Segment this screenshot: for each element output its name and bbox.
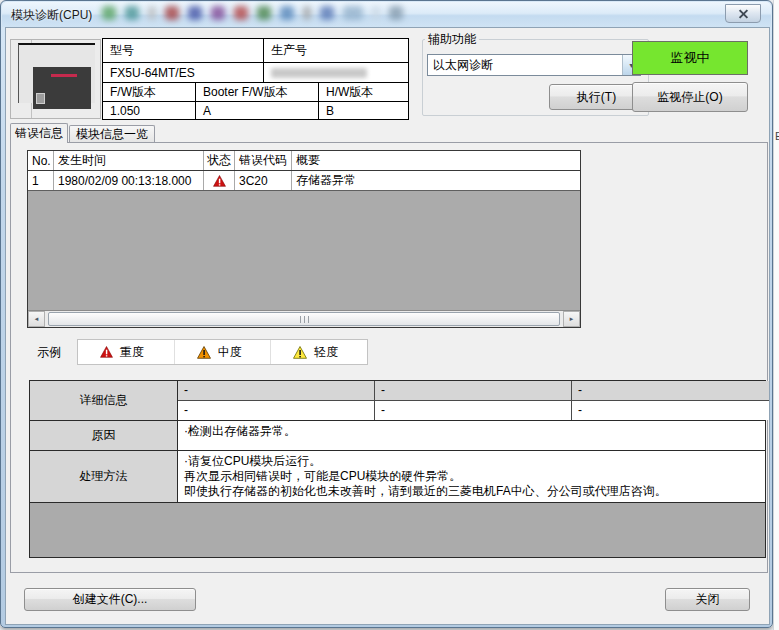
- module-red-stripe: [51, 74, 77, 77]
- serial-value-cell: [264, 63, 408, 83]
- moderate-triangle-icon: [197, 346, 211, 359]
- hw-value-cell: B: [319, 102, 408, 119]
- module-frame-graphic: [18, 43, 95, 103]
- error-summary-cell: 存储器异常: [292, 171, 580, 190]
- header-code: 错误代码: [235, 151, 292, 170]
- create-file-button[interactable]: 创建文件(C)...: [24, 588, 196, 611]
- hw-header-cell: H/W版本: [319, 83, 408, 102]
- fw-value-cell: 1.050: [103, 102, 196, 119]
- titlebar-blurred-icons: [102, 6, 403, 24]
- cpu-module-graphic: [33, 67, 91, 109]
- model-value-cell: FX5U-64MT/ES: [103, 63, 264, 83]
- booter-value-cell: A: [196, 102, 319, 119]
- module-image: [10, 39, 101, 119]
- scrollbar-right-arrow-icon[interactable]: ►: [563, 311, 580, 327]
- module-diagnostics-dialog: 模块诊断(CPU) 型号: [0, 0, 773, 628]
- detail-info-cell: -: [178, 401, 375, 420]
- dialog-body: 型号 生产号 FX5U-64MT/ES F/W版本 Booter F/W版本 H…: [5, 27, 770, 625]
- desktop-background: E: [773, 0, 779, 630]
- cause-row: 原因 ·检测出存储器异常。: [30, 421, 765, 451]
- corrective-action-text: ·请复位CPU模块后运行。 再次显示相同错误时，可能是CPU模块的硬件异常。 即…: [178, 451, 765, 502]
- detail-info-cell: -: [572, 401, 769, 420]
- legend-item-minor: 轻度: [271, 340, 367, 364]
- legend-minor-label: 轻度: [314, 344, 338, 361]
- detail-info-cell: -: [572, 381, 769, 400]
- version-header-row: F/W版本 Booter F/W版本 H/W版本: [103, 83, 408, 102]
- execute-button[interactable]: 执行(T): [549, 84, 644, 110]
- model-header-cell: 型号: [103, 39, 264, 63]
- detail-info-label: 详细信息: [30, 381, 178, 420]
- tab-error-info[interactable]: 错误信息: [10, 123, 68, 143]
- tab-module-info-list[interactable]: 模块信息一览: [69, 125, 155, 143]
- serial-redacted-blur: [271, 68, 367, 78]
- minor-triangle-icon: [293, 346, 307, 359]
- aux-function-label: 辅助功能: [425, 31, 479, 48]
- scrollbar-grip-icon: [300, 316, 309, 323]
- error-detail-table: 详细信息 - - - - - - 原因 ·检测出存储器异常。: [29, 380, 766, 558]
- detail-info-row: 详细信息 - - - - - -: [30, 381, 765, 421]
- monitor-stop-button[interactable]: 监视停止(O): [632, 82, 748, 112]
- close-icon: [738, 8, 749, 19]
- module-port-graphic: [36, 93, 45, 104]
- severity-legend: 重度 中度 轻度: [77, 339, 368, 365]
- header-time: 发生时间: [54, 151, 204, 170]
- legend-severe-label: 重度: [120, 344, 144, 361]
- header-no: No.: [28, 151, 54, 170]
- background-edge-text: E: [775, 130, 779, 142]
- error-list: No. 发生时间 状态 错误代码 概要 1 1980/02/09 00:13:1…: [27, 150, 581, 328]
- aux-function-select[interactable]: 以太网诊断 ▼: [427, 54, 641, 76]
- action-line: 即使执行存储器的初始化也未改善时，请到最近的三菱电机FA中心、分公司或代理店咨询…: [184, 484, 759, 499]
- legend-item-severe: 重度: [78, 340, 175, 364]
- detail-info-values: - - - - - -: [178, 381, 769, 420]
- corrective-action-row: 处理方法 ·请复位CPU模块后运行。 再次显示相同错误时，可能是CPU模块的硬件…: [30, 451, 765, 503]
- severe-error-icon: [204, 171, 235, 190]
- error-no-cell: 1: [28, 171, 54, 190]
- detail-table-filler: [30, 503, 765, 557]
- title-bar[interactable]: 模块诊断(CPU): [2, 2, 771, 27]
- monitoring-status-badge: 监视中: [632, 41, 748, 75]
- legend-label: 示例: [37, 344, 61, 361]
- detail-info-cell: -: [375, 381, 572, 400]
- aux-function-selected-value: 以太网诊断: [428, 57, 622, 74]
- window-title: 模块诊断(CPU): [11, 7, 92, 24]
- corrective-action-label: 处理方法: [30, 451, 178, 502]
- cause-text: ·检测出存储器异常。: [178, 421, 765, 450]
- error-list-header: No. 发生时间 状态 错误代码 概要: [28, 151, 580, 171]
- error-row[interactable]: 1 1980/02/09 00:13:18.000 3C20 存储器异常: [28, 171, 580, 191]
- scrollbar-thumb[interactable]: [48, 312, 560, 326]
- version-value-row: 1.050 A B: [103, 102, 408, 119]
- detail-info-cell: -: [375, 401, 572, 420]
- legend-moderate-label: 中度: [218, 344, 242, 361]
- severe-triangle-icon: [100, 346, 113, 358]
- header-summary: 概要: [292, 151, 580, 170]
- scrollbar-left-arrow-icon[interactable]: ◄: [28, 311, 45, 327]
- horizontal-scrollbar[interactable]: ◄ ►: [28, 310, 580, 327]
- action-line: 再次显示相同错误时，可能是CPU模块的硬件异常。: [184, 469, 759, 484]
- info-value-row: FX5U-64MT/ES: [103, 63, 408, 83]
- error-time-cell: 1980/02/09 00:13:18.000: [54, 171, 204, 190]
- error-code-cell: 3C20: [235, 171, 292, 190]
- legend-item-moderate: 中度: [175, 340, 272, 364]
- close-window-button[interactable]: [725, 4, 761, 23]
- fw-header-cell: F/W版本: [103, 83, 196, 102]
- info-header-row: 型号 生产号: [103, 39, 408, 63]
- action-line: ·请复位CPU模块后运行。: [184, 454, 759, 469]
- cause-label: 原因: [30, 421, 178, 450]
- detail-info-cell: -: [178, 381, 375, 400]
- serial-header-cell: 生产号: [264, 39, 408, 63]
- header-status: 状态: [204, 151, 235, 170]
- booter-header-cell: Booter F/W版本: [196, 83, 319, 102]
- module-info-table: 型号 生产号 FX5U-64MT/ES F/W版本 Booter F/W版本 H…: [102, 38, 409, 120]
- close-button[interactable]: 关闭: [665, 588, 750, 611]
